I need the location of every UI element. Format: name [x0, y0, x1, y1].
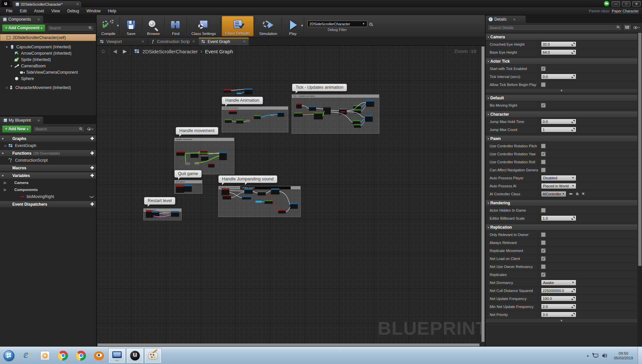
details-row[interactable]: ▾ Replicate Movement ▼ [486, 247, 637, 255]
row-expander-icon[interactable]: ▷ [4, 181, 8, 184]
component-tree-row[interactable]: ◇ CharacterMovement (Inherited) [0, 84, 96, 91]
toolbar-button[interactable]: Class Defaults ▼ [222, 16, 254, 36]
details-row[interactable]: ▾ Only Relevant to Owner ▼ [486, 231, 637, 239]
taskbar-app-button[interactable] [54, 348, 72, 363]
details-row[interactable]: ▾ AI Controller Class ▼ AIController [486, 190, 637, 198]
details-row[interactable]: ▾ Replication ▼ ▼ [486, 224, 637, 231]
toolbar-button[interactable]: Find ▼ [166, 16, 186, 36]
tree-expander-icon[interactable]: ▾ [6, 45, 10, 49]
browse-to-icon[interactable] [576, 193, 578, 195]
details-row[interactable]: ▾ Net Cull Distance Squared ▼ 225000000.… [486, 287, 637, 295]
property-number-field[interactable]: 225000000.0 [541, 288, 576, 293]
component-tree-row[interactable]: ◇ ArrowComponent (Inherited) [0, 50, 96, 56]
blueprint-nodes[interactable] [97, 46, 485, 347]
details-row[interactable]: ▾ Net Update Frequency ▼ 100.0 [486, 295, 637, 303]
taskbar-app-button[interactable] [18, 348, 36, 363]
my-blueprint-tab-close-icon[interactable]: ✕ [37, 119, 40, 122]
taskbar-app-button[interactable] [36, 348, 54, 363]
menu-item[interactable]: Edit [16, 8, 30, 14]
property-dropdown[interactable]: Awake▼ [541, 280, 576, 286]
components-panel-tab[interactable]: Components ✕ [0, 16, 43, 23]
property-checkbox[interactable] [541, 264, 546, 269]
component-tree-row[interactable]: ◇ SideViewCameraComponent [0, 69, 96, 75]
details-row[interactable]: ▾ Jump Max Hold Time ▼ 0.0 [486, 118, 637, 126]
minimize-button[interactable]: — [612, 1, 620, 6]
toolbar-button[interactable]: Simulation ▼ [256, 16, 281, 36]
section-expander-icon[interactable]: ▾ [488, 60, 489, 63]
dropdown-caret-icon[interactable]: ▼ [301, 24, 304, 27]
advanced-expander-icon[interactable]: ▼ [560, 89, 563, 92]
event-graph-canvas[interactable]: BLUEPRINT ☆ ◀ ▶ 2DSideScrollerCharacter … [97, 46, 485, 347]
property-checkbox[interactable] [541, 256, 546, 261]
details-row[interactable]: ▾ Auto Possess AI ▼ Placed in World [486, 182, 637, 190]
row-expander-icon[interactable]: ▾ [2, 137, 6, 140]
graph-tab-close-icon[interactable]: ✕ [243, 40, 246, 43]
comment-bubble-quit-game[interactable]: Quit game [174, 170, 202, 178]
add-new-button[interactable]: + Add New▾ [2, 125, 31, 133]
my-blueprint-row[interactable]: ▷ Camera ✚ [0, 179, 96, 186]
details-row[interactable]: ▾ Auto Possess Player ▼ Disabled [486, 174, 637, 182]
graph-tab-close-icon[interactable]: ✕ [192, 40, 195, 43]
section-expander-icon[interactable]: ▾ [488, 97, 489, 100]
component-tree-row[interactable]: ▾ ◇ CameraBoom [0, 63, 96, 69]
property-checkbox[interactable] [541, 240, 546, 245]
property-number-field[interactable]: 1.0 [541, 215, 576, 221]
favorite-star-icon[interactable]: ☆ [99, 48, 108, 55]
taskbar-app-button[interactable] [0, 348, 18, 363]
forward-arrow-icon[interactable]: ▶ [121, 48, 129, 54]
property-checkbox[interactable] [541, 168, 546, 172]
toolbar-button[interactable]: Save ▼ [121, 16, 141, 36]
graph-tab[interactable]: Construction Scrip ✕ [148, 38, 198, 45]
property-checkbox[interactable] [541, 248, 546, 253]
add-component-button[interactable]: + Add Component▾ [2, 24, 45, 32]
details-row[interactable]: ▾ Crouched Eye Height ▼ 32.0 [486, 40, 637, 48]
details-row[interactable]: ▾ Start with Tick Enabled ▼ [486, 65, 637, 73]
taskbar-app-button[interactable] [90, 348, 108, 363]
menu-item[interactable]: View [48, 8, 63, 14]
use-selected-icon[interactable]: ⬅ [569, 191, 573, 196]
section-expander-icon[interactable]: ▾ [488, 113, 489, 116]
details-row[interactable]: ▾ Rendering ▼ ▼ [486, 200, 637, 206]
comment-bubble-restart-level[interactable]: Restart level [144, 197, 175, 205]
my-blueprint-row[interactable]: ▾ Graphs ✚ [0, 135, 96, 142]
property-checkbox[interactable] [541, 103, 546, 108]
graph-tab[interactable]: Viewport ✕ [97, 38, 147, 45]
property-checkbox[interactable] [541, 160, 546, 164]
details-row[interactable]: ▾ Bis Moving Right ▼ [486, 101, 637, 109]
details-row[interactable]: ▾ Net Priority ▼ 3.0 [486, 311, 637, 319]
details-row[interactable]: ▾ Replicates ▼ ▼ [486, 271, 637, 279]
property-visibility-button[interactable]: ▾ [633, 26, 640, 29]
document-tab-close-icon[interactable]: ✕ [76, 2, 79, 6]
details-tab-close-icon[interactable]: ✕ [513, 18, 516, 21]
toolbar-button[interactable]: Browse ▼ [143, 16, 163, 36]
my-blueprint-row[interactable]: ConstructionScript ✚ [0, 157, 96, 164]
property-number-field[interactable]: 32.0 [541, 41, 576, 47]
volume-icon[interactable] [602, 353, 608, 358]
tree-expander-icon[interactable]: ▾ [11, 64, 14, 68]
property-checkbox[interactable] [541, 144, 546, 148]
taskbar-app-button[interactable] [108, 348, 126, 363]
comment-bubble-handle-animation[interactable]: Handle Animation [222, 97, 263, 104]
add-plus-icon[interactable]: ✚ [90, 165, 94, 170]
show-desktop-button[interactable] [638, 347, 642, 364]
section-expander-icon[interactable]: ▾ [488, 137, 489, 140]
property-number-field[interactable]: 0.0 [541, 74, 576, 79]
my-blueprint-search-input[interactable] [33, 126, 85, 132]
taskbar-clock[interactable]: 09:50 05/03/2019 [611, 351, 636, 360]
toolbar-button[interactable]: Compile ▼ [98, 16, 119, 36]
advanced-expander-icon[interactable]: ▼ [560, 319, 563, 322]
menu-item[interactable]: Debug [64, 8, 82, 14]
row-expander-icon[interactable]: ▾ [2, 152, 6, 155]
my-blueprint-row[interactable]: ▷ EventGraph ✚ [0, 142, 96, 149]
row-expander-icon[interactable]: ▷ [5, 144, 8, 147]
comment-bubble-jump-landing[interactable]: Handle Jumpanding sound [218, 175, 277, 183]
components-search-input[interactable] [47, 25, 94, 31]
component-tree-row[interactable]: ▾ ◇ CapsuleComponent (Inherited) [0, 44, 96, 50]
my-blueprint-row[interactable]: ▾ Variables ✚ [0, 172, 96, 179]
taskbar-app-button[interactable] [72, 348, 90, 363]
details-search-input[interactable] [487, 24, 622, 31]
my-blueprint-row[interactable]: ▷ Components ✚ [0, 186, 96, 193]
details-row[interactable]: ▾ Tick Interval (secs) ▼ 0.0 [486, 73, 637, 81]
details-row[interactable]: ▾ Net Use Owner Relevancy ▼ [486, 263, 637, 271]
details-row[interactable]: ▾ Always Relevant ▼ [486, 239, 637, 247]
